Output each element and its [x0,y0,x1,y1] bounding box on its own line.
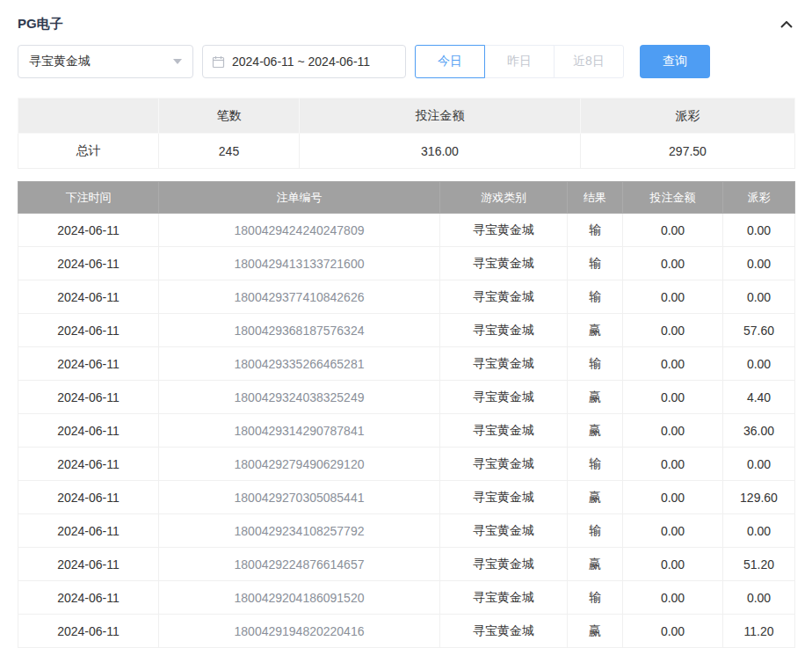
cell-game-category: 寻宝黄金城 [440,280,568,314]
cell-bet-time: 2024-06-11 [18,347,159,381]
cell-order-id: 1800429270305085441 [159,481,440,514]
table-row: 2024-06-11 1800429413133721600 寻宝黄金城 输 0… [18,247,795,280]
cell-game-category: 寻宝黄金城 [440,581,568,615]
cell-bet-amount: 0.00 [623,381,723,414]
cell-bet-time: 2024-06-11 [18,280,159,314]
cell-bet-time: 2024-06-11 [18,414,159,448]
cell-result: 赢 [568,615,623,648]
summary-header-count: 笔数 [159,98,300,134]
table-row: 2024-06-11 1800429224876614657 寻宝黄金城 赢 0… [18,548,795,581]
table-row: 2024-06-11 1800429377410842626 寻宝黄金城 输 0… [18,280,795,314]
cell-bet-time: 2024-06-11 [18,448,159,481]
bet-table-header-row: 下注时间 注单编号 游戏类别 结果 投注金额 派彩 [18,182,795,214]
cell-bet-amount: 0.00 [623,247,723,280]
cell-order-id: 1800429413133721600 [159,247,440,280]
chevron-down-icon [173,59,182,64]
cell-game-category: 寻宝黄金城 [440,481,568,514]
cell-payout: 0.00 [723,280,795,314]
table-row: 2024-06-11 1800429424240247809 寻宝黄金城 输 0… [18,214,795,247]
cell-order-id: 1800429368187576324 [159,314,440,347]
cell-bet-time: 2024-06-11 [18,481,159,514]
cell-order-id: 1800429279490629120 [159,448,440,481]
header-bet-amount: 投注金额 [623,182,723,214]
cell-bet-amount: 0.00 [623,481,723,514]
table-row: 2024-06-11 1800429368187576324 寻宝黄金城 赢 0… [18,314,795,347]
cell-order-id: 1800429324038325249 [159,381,440,414]
bet-table-body: 2024-06-11 1800429424240247809 寻宝黄金城 输 0… [18,214,795,648]
game-select[interactable]: 寻宝黄金城 [18,45,193,78]
table-row: 2024-06-11 1800429324038325249 寻宝黄金城 赢 0… [18,381,795,414]
cell-order-id: 1800429224876614657 [159,548,440,581]
cell-result: 输 [568,247,623,280]
cell-game-category: 寻宝黄金城 [440,381,568,414]
cell-game-category: 寻宝黄金城 [440,347,568,381]
table-row: 2024-06-11 1800429270305085441 寻宝黄金城 赢 0… [18,481,795,514]
cell-result: 输 [568,581,623,615]
page-title: PG电子 [18,16,63,33]
cell-game-category: 寻宝黄金城 [440,615,568,648]
cell-bet-amount: 0.00 [623,280,723,314]
cell-payout: 57.60 [723,314,795,347]
calendar-icon [212,55,225,69]
collapse-chevron-up-icon[interactable] [779,19,794,30]
panel-header: PG电子 [18,0,794,45]
cell-payout: 0.00 [723,347,795,381]
cell-order-id: 1800429377410842626 [159,280,440,314]
cell-result: 输 [568,514,623,548]
query-button[interactable]: 查询 [640,45,710,78]
date-range-input[interactable]: 2024-06-11 ~ 2024-06-11 [202,45,406,78]
cell-payout: 0.00 [723,448,795,481]
cell-bet-amount: 0.00 [623,314,723,347]
cell-result: 输 [568,448,623,481]
cell-bet-time: 2024-06-11 [18,514,159,548]
summary-header-payout: 派彩 [581,98,795,134]
last-8-days-button[interactable]: 近8日 [554,45,624,78]
cell-game-category: 寻宝黄金城 [440,214,568,247]
cell-result: 赢 [568,548,623,581]
cell-result: 输 [568,347,623,381]
cell-result: 赢 [568,381,623,414]
cell-bet-amount: 0.00 [623,514,723,548]
cell-result: 输 [568,214,623,247]
cell-bet-time: 2024-06-11 [18,214,159,247]
date-range-value: 2024-06-11 ~ 2024-06-11 [232,55,370,69]
cell-bet-time: 2024-06-11 [18,581,159,615]
cell-bet-amount: 0.00 [623,548,723,581]
cell-bet-time: 2024-06-11 [18,548,159,581]
summary-table: 笔数 投注金额 派彩 总计 245 316.00 297.50 [18,98,795,169]
cell-game-category: 寻宝黄金城 [440,548,568,581]
summary-total-label: 总计 [18,134,159,169]
cell-bet-amount: 0.00 [623,581,723,615]
cell-result: 输 [568,280,623,314]
table-row: 2024-06-11 1800429234108257792 寻宝黄金城 输 0… [18,514,795,548]
cell-game-category: 寻宝黄金城 [440,247,568,280]
table-row: 2024-06-11 1800429204186091520 寻宝黄金城 输 0… [18,581,795,615]
cell-result: 赢 [568,481,623,514]
table-row: 2024-06-11 1800429194820220416 寻宝黄金城 赢 0… [18,615,795,648]
today-button[interactable]: 今日 [415,45,485,78]
header-bet-time: 下注时间 [18,182,159,214]
cell-payout: 4.40 [723,381,795,414]
cell-order-id: 1800429194820220416 [159,615,440,648]
table-row: 2024-06-11 1800429314290787841 寻宝黄金城 赢 0… [18,414,795,448]
cell-bet-time: 2024-06-11 [18,314,159,347]
table-row: 2024-06-11 1800429279490629120 寻宝黄金城 输 0… [18,448,795,481]
summary-count-value: 245 [159,134,300,169]
filter-row: 寻宝黄金城 2024-06-11 ~ 2024-06-11 今日 昨日 近8日 … [18,45,794,78]
cell-result: 赢 [568,414,623,448]
cell-game-category: 寻宝黄金城 [440,514,568,548]
cell-order-id: 1800429314290787841 [159,414,440,448]
table-row: 2024-06-11 1800429335266465281 寻宝黄金城 输 0… [18,347,795,381]
cell-payout: 129.60 [723,481,795,514]
cell-order-id: 1800429234108257792 [159,514,440,548]
cell-result: 赢 [568,314,623,347]
cell-payout: 0.00 [723,581,795,615]
quick-date-button-group: 今日 昨日 近8日 [415,45,624,78]
header-game-category: 游戏类别 [440,182,568,214]
cell-payout: 0.00 [723,514,795,548]
pg-panel: PG电子 寻宝黄金城 2024-06-11 ~ 2024-06-11 今日 昨日 [0,0,812,648]
header-payout: 派彩 [723,182,795,214]
cell-bet-time: 2024-06-11 [18,615,159,648]
cell-bet-time: 2024-06-11 [18,381,159,414]
yesterday-button[interactable]: 昨日 [484,45,555,78]
